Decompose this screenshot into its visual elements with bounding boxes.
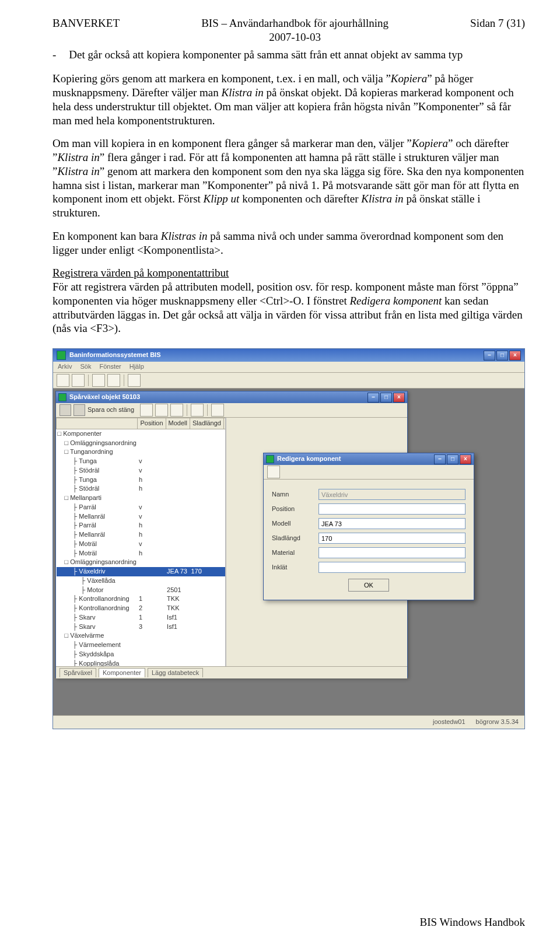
header-right: Sidan 7 (31)	[470, 16, 525, 44]
tree-row[interactable]: ├ Parrälh	[57, 521, 227, 530]
header-center-title: BIS – Användarhandbok för ajourhållning	[120, 16, 470, 30]
dialog-field-row: Modell	[272, 518, 466, 529]
tree-row[interactable]: ├ Skyddskåpa	[57, 650, 227, 659]
minimize-button[interactable]: –	[484, 351, 495, 361]
paragraph-3: En komponent kan bara Klistras in på sam…	[52, 229, 525, 257]
tree-row[interactable]: ├ Kontrollanordning2TKK	[57, 604, 227, 613]
menu-arkiv[interactable]: Arkiv	[58, 363, 72, 371]
toolbar-button[interactable]	[128, 374, 141, 387]
child-close-button[interactable]: ×	[393, 393, 405, 403]
toolbar-button[interactable]	[57, 374, 69, 387]
dialog-close-button[interactable]: ×	[460, 454, 471, 464]
dialog-titlebar: Redigera komponent – □ ×	[264, 453, 474, 465]
dialog-maximize-button[interactable]: □	[447, 454, 459, 464]
tree-row[interactable]: ├ Motor2501	[57, 586, 227, 595]
tree-row[interactable]: ├ Mellanrälv	[57, 512, 227, 522]
field-input-position[interactable]	[318, 503, 466, 515]
close-button[interactable]: ×	[509, 351, 521, 361]
header-center-date: 2007-10-03	[120, 30, 470, 44]
field-input-modell[interactable]	[318, 518, 466, 529]
dialog-toolbar	[264, 465, 474, 480]
toolbar-button[interactable]	[191, 404, 204, 417]
tree-row[interactable]: ├ Stödrälh	[57, 484, 227, 494]
tab-lagg[interactable]: Lägg databeteck	[148, 668, 203, 678]
toolbar-separator	[124, 375, 124, 386]
child-maximize-button[interactable]: □	[380, 393, 392, 403]
tab-sparvaxel[interactable]: Spårväxel	[60, 668, 96, 678]
tree-row[interactable]: ├ VäxeldrivJEA 73170	[57, 567, 227, 576]
tree-row[interactable]: ├ Värmeelement	[57, 641, 227, 650]
dialog-field-row: Sladlängd	[272, 533, 466, 544]
field-label: Inklät	[272, 564, 318, 572]
dialog-minimize-button[interactable]: –	[434, 454, 446, 464]
tree-row[interactable]: ├ Mellanrälh	[57, 530, 227, 540]
tree-row[interactable]: □ Omläggningsanordning	[57, 558, 227, 567]
field-input-namn[interactable]	[318, 489, 466, 500]
tree-row[interactable]: ├ Kontrollanordning1TKK	[57, 594, 227, 604]
app-icon	[57, 351, 66, 360]
tree-row[interactable]: □ Mellanparti	[57, 494, 227, 503]
dialog-icon	[266, 455, 274, 463]
child-icon	[58, 393, 66, 401]
status-user: joostedw01	[433, 718, 466, 726]
toolbar-separator	[88, 375, 89, 386]
main-toolbar	[53, 373, 524, 389]
tree-row[interactable]: ├ Tungav	[57, 457, 227, 466]
paragraph-4: Registrera värden på komponentattribut F…	[52, 266, 525, 335]
paragraph-2: Om man vill kopiera in en komponent fler…	[52, 137, 525, 220]
tree-row[interactable]: ├ Moträlv	[57, 540, 227, 549]
dialog-title: Redigera komponent	[277, 455, 434, 463]
tree-row[interactable]: ├ Parrälv	[57, 503, 227, 512]
tree-row[interactable]: ├ Skarv1Isf1	[57, 613, 227, 622]
component-tree[interactable]: PositionModellSladlängdMaterialInklät□ K…	[56, 418, 226, 666]
dialog-field-row: Namn	[272, 489, 466, 500]
toolbar-button[interactable]	[155, 404, 168, 417]
tree-row[interactable]: □ Växelvärme	[57, 631, 227, 641]
tree-row[interactable]: ├ Stödrälv	[57, 466, 227, 475]
statusbar: joostedw01 bögrorw 3.5.34	[53, 715, 524, 729]
field-label: Position	[272, 505, 318, 513]
menu-hjalp[interactable]: Hjälp	[130, 363, 144, 371]
main-menubar[interactable]: Arkiv Sök Fönster Hjälp	[53, 362, 524, 373]
field-label: Material	[272, 549, 318, 557]
toolbar-button[interactable]	[170, 404, 183, 417]
tree-row[interactable]: ├ Tungah	[57, 475, 227, 485]
toolbar-separator	[207, 404, 208, 416]
dialog-toolbar-button[interactable]	[267, 466, 280, 478]
child-minimize-button[interactable]: –	[368, 393, 379, 403]
field-input-sladlängd[interactable]	[318, 533, 466, 544]
menu-fonster[interactable]: Fönster	[99, 363, 121, 371]
tree-row[interactable]: ├ Växellåda	[57, 576, 227, 586]
dialog-ok-button[interactable]: OK	[348, 579, 389, 592]
dialog-field-row: Inklät	[272, 562, 466, 573]
field-label: Namn	[272, 491, 318, 499]
tree-row[interactable]: ├ Moträlh	[57, 549, 227, 558]
toolbar-button[interactable]	[211, 404, 224, 417]
page-header: BANVERKET BIS – Användarhandbok för ajou…	[52, 16, 525, 44]
tab-komponenter[interactable]: Komponenter	[99, 668, 145, 678]
maximize-button[interactable]: □	[496, 351, 508, 361]
field-input-inklät[interactable]	[318, 562, 466, 573]
mdi-area: Spårväxel objekt 50103 – □ × Spara och s…	[53, 389, 524, 715]
page-footer: BIS Windows Handbok	[420, 915, 525, 929]
child-toolbar: Spara och stäng	[56, 403, 407, 418]
menu-sok[interactable]: Sök	[80, 363, 91, 371]
dialog-field-row: Material	[272, 547, 466, 558]
tree-row[interactable]: □ Omläggningsanordning	[57, 439, 227, 448]
tree-row[interactable]: ├ Kopplingslåda	[57, 659, 227, 667]
tree-row[interactable]: ├ Skarv3Isf1	[57, 622, 227, 632]
save-icon[interactable]	[60, 404, 71, 416]
toolbar-button[interactable]	[72, 374, 85, 387]
toolbar-button[interactable]	[107, 374, 120, 387]
main-window-titlebar: Baninformationssystemet BIS – □ ×	[53, 349, 524, 362]
tree-row[interactable]: □ Tunganordning	[57, 447, 227, 457]
toolbar-button[interactable]	[140, 404, 153, 417]
document-body: - Det går också att kopiera komponenter …	[52, 48, 525, 336]
child-titlebar: Spårväxel objekt 50103 – □ ×	[56, 391, 407, 403]
dialog-field-row: Position	[272, 503, 466, 515]
save-icon[interactable]	[74, 404, 85, 416]
tree-row[interactable]: □ Komponenter	[57, 429, 227, 438]
toolbar-button[interactable]	[92, 374, 105, 387]
field-input-material[interactable]	[318, 547, 466, 558]
save-close-label[interactable]: Spara och stäng	[88, 406, 134, 414]
